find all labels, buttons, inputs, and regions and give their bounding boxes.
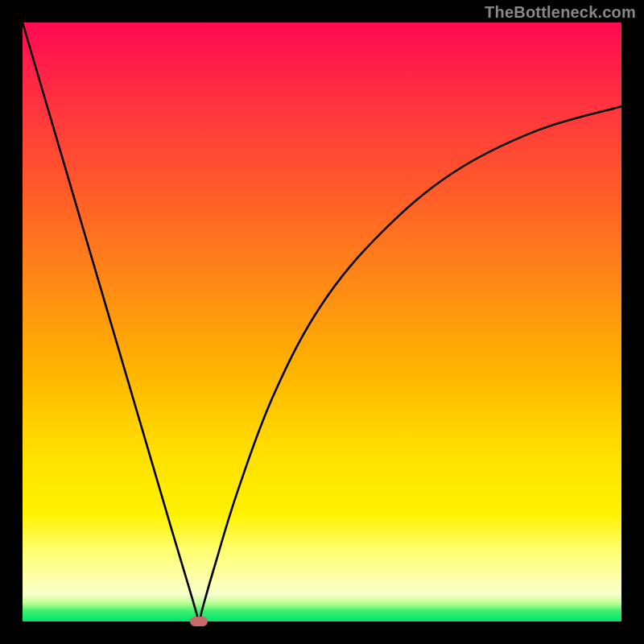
chart-frame: TheBottleneck.com [0, 0, 644, 644]
watermark-text: TheBottleneck.com [485, 3, 636, 22]
min-marker [190, 617, 208, 626]
bottleneck-curve [23, 23, 621, 621]
plot-area [23, 23, 621, 621]
